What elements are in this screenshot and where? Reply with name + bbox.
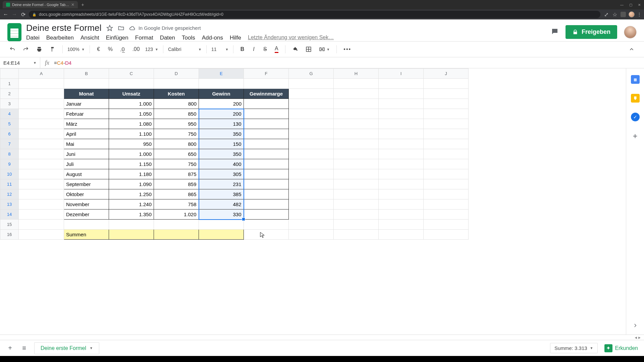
cell[interactable]: 1.250: [109, 189, 154, 199]
zoom-dropdown[interactable]: 100%▼: [67, 47, 85, 52]
cell[interactable]: 1.240: [109, 199, 154, 209]
cell[interactable]: [289, 99, 334, 109]
cell[interactable]: [289, 79, 334, 89]
cell[interactable]: 850: [154, 109, 199, 119]
cell[interactable]: [334, 199, 379, 209]
borders-button[interactable]: [304, 45, 314, 54]
add-sheet-button[interactable]: +: [6, 343, 14, 353]
cell[interactable]: [424, 189, 469, 199]
address-bar[interactable]: 🔒 docs.google.com/spreadsheets/d/1GE-twI…: [29, 11, 600, 18]
cell[interactable]: [244, 169, 289, 179]
cell[interactable]: 750: [154, 129, 199, 139]
col-header-j[interactable]: J: [424, 69, 469, 79]
cell[interactable]: [289, 169, 334, 179]
cell[interactable]: [424, 129, 469, 139]
menu-tools[interactable]: Tools: [182, 35, 195, 41]
cell[interactable]: 758: [154, 199, 199, 209]
doc-title[interactable]: Deine erste Formel: [26, 23, 102, 33]
collapse-toolbar-icon[interactable]: [627, 45, 637, 54]
cell[interactable]: [19, 209, 64, 220]
formula-bar[interactable]: =C4-D4: [54, 60, 71, 66]
cell[interactable]: [334, 209, 379, 220]
cell[interactable]: [244, 129, 289, 139]
col-header-i[interactable]: I: [379, 69, 424, 79]
cell[interactable]: 950: [109, 139, 154, 149]
window-minimize-icon[interactable]: —: [620, 3, 624, 7]
nav-forward-icon[interactable]: →: [11, 11, 17, 17]
cell[interactable]: [289, 189, 334, 199]
cell[interactable]: [289, 139, 334, 149]
row-header[interactable]: 14: [0, 209, 19, 220]
cell[interactable]: [109, 220, 154, 230]
cell[interactable]: [424, 220, 469, 230]
cell[interactable]: 1.090: [109, 179, 154, 189]
cell[interactable]: [244, 159, 289, 169]
cell[interactable]: 200: [199, 99, 244, 109]
calendar-icon[interactable]: 31: [631, 75, 640, 84]
cell[interactable]: [379, 179, 424, 189]
cell[interactable]: September: [64, 179, 109, 189]
cell[interactable]: [334, 179, 379, 189]
cell[interactable]: 200: [199, 109, 244, 119]
cell[interactable]: [109, 79, 154, 89]
row-header[interactable]: 11: [0, 179, 19, 189]
side-panel-collapse-icon[interactable]: [630, 321, 640, 330]
cell[interactable]: [19, 99, 64, 109]
cell[interactable]: [424, 149, 469, 159]
all-sheets-button[interactable]: ≡: [20, 343, 28, 353]
menu-addons[interactable]: Add-ons: [202, 35, 223, 41]
explore-button[interactable]: ✦ Erkunden: [604, 344, 638, 352]
cell[interactable]: 1.000: [109, 99, 154, 109]
cell[interactable]: [154, 79, 199, 89]
cell[interactable]: Februar: [64, 109, 109, 119]
cell[interactable]: [379, 79, 424, 89]
cell[interactable]: [19, 169, 64, 179]
cell[interactable]: [424, 169, 469, 179]
cell[interactable]: 1.180: [109, 169, 154, 179]
menu-help[interactable]: Hilfe: [230, 35, 241, 41]
cell[interactable]: [19, 109, 64, 119]
cell[interactable]: [424, 209, 469, 220]
cell[interactable]: [19, 159, 64, 169]
cell[interactable]: [424, 119, 469, 129]
account-avatar[interactable]: [624, 26, 637, 39]
cell[interactable]: [19, 230, 64, 240]
paint-format-icon[interactable]: [48, 45, 58, 54]
cell[interactable]: April: [64, 129, 109, 139]
row-header[interactable]: 7: [0, 139, 19, 149]
cell[interactable]: 400: [199, 159, 244, 169]
row-header[interactable]: 3: [0, 99, 19, 109]
cell[interactable]: 859: [154, 179, 199, 189]
cell[interactable]: [334, 169, 379, 179]
cell[interactable]: [19, 199, 64, 209]
row-header[interactable]: 10: [0, 169, 19, 179]
cell[interactable]: [289, 220, 334, 230]
browser-avatar[interactable]: [629, 11, 635, 17]
strikethrough-button[interactable]: S: [261, 45, 269, 54]
cell[interactable]: [109, 230, 154, 240]
cell[interactable]: 1.080: [109, 119, 154, 129]
cell[interactable]: 800: [154, 139, 199, 149]
cell[interactable]: [379, 209, 424, 220]
format-currency-button[interactable]: €: [95, 45, 103, 54]
last-edit-link[interactable]: Letzte Änderung vor wenigen Sek…: [248, 35, 334, 41]
cell[interactable]: [334, 230, 379, 240]
cell[interactable]: Umsatz: [109, 89, 154, 99]
cell[interactable]: [19, 89, 64, 99]
sheet-grid[interactable]: A B C D E F G H I J 12MonatUmsatzKostenG…: [0, 68, 626, 335]
cell[interactable]: [424, 230, 469, 240]
cell[interactable]: Gewinnmarge: [244, 89, 289, 99]
cell[interactable]: [289, 159, 334, 169]
cell[interactable]: [379, 89, 424, 99]
cell[interactable]: 650: [154, 149, 199, 159]
cell[interactable]: [379, 99, 424, 109]
redo-icon[interactable]: [21, 45, 31, 54]
font-size-dropdown[interactable]: 11▼: [211, 47, 228, 52]
cell[interactable]: [244, 199, 289, 209]
cell[interactable]: 482: [199, 199, 244, 209]
merge-cells-button[interactable]: ▼: [317, 45, 332, 54]
cell[interactable]: März: [64, 119, 109, 129]
cell[interactable]: 150: [199, 139, 244, 149]
cell[interactable]: [334, 89, 379, 99]
cell[interactable]: 330: [199, 209, 244, 220]
